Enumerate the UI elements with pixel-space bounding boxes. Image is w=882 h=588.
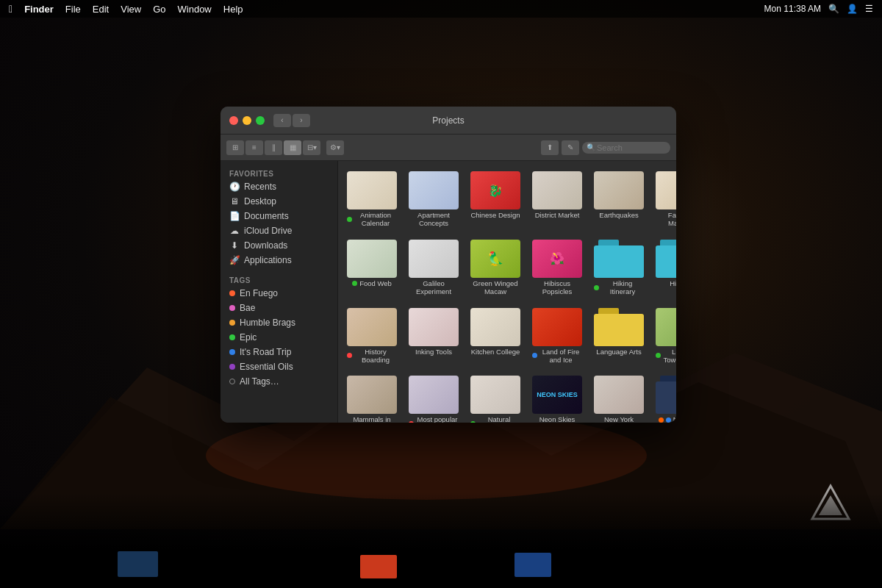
menu-window[interactable]: Window: [178, 4, 212, 15]
settings-button[interactable]: ⚙▾: [326, 140, 344, 155]
file-item-skate[interactable]: Most popular Skate Parks: [406, 373, 462, 423]
sidebar-item-icloud[interactable]: ☁ iCloud Drive: [220, 223, 337, 238]
folder-tab-nightsky: [660, 376, 676, 381]
file-item-leaning[interactable]: Leaning Tower of Pisa: [653, 305, 676, 368]
file-item-land[interactable]: Land of Fire and Ice: [529, 305, 585, 368]
file-item-macaw[interactable]: 🦜 Green Winged Macaw: [467, 237, 523, 299]
file-name-neon: Neon Skies: [539, 415, 576, 423]
file-thumb-inner-foodweb: [347, 240, 397, 278]
file-thumb-inner-history-boarding: [347, 308, 397, 346]
file-item-inking[interactable]: Inking Tools: [406, 305, 462, 368]
column-view-button[interactable]: ∥: [265, 140, 282, 155]
forward-button[interactable]: ›: [293, 114, 310, 127]
favorites-label: Favorites: [220, 167, 337, 179]
tag-label-en-fuego: En Fuego: [240, 288, 278, 298]
menu-finder[interactable]: Finder: [24, 4, 54, 15]
file-name-hiking: Hiking Itinerary: [601, 279, 644, 296]
folder-tab-hiking: [598, 240, 619, 245]
menu-view[interactable]: View: [121, 4, 141, 15]
file-thumb-inner-earthquakes: [594, 171, 644, 209]
file-item-district[interactable]: District Market: [529, 168, 585, 231]
file-item-neon[interactable]: NEON SKIES Neon Skies: [529, 373, 585, 423]
audience-silhouettes: [0, 492, 882, 588]
file-thumbnail-foodweb: [347, 240, 397, 278]
gallery-view-button[interactable]: ▦: [284, 140, 301, 155]
list-view-button[interactable]: ≡: [245, 140, 263, 155]
icon-view-button[interactable]: ⊞: [226, 140, 244, 155]
file-thumb-inner-inking: [409, 308, 459, 346]
sidebar-item-downloads[interactable]: ⬇ Downloads: [220, 238, 337, 253]
svg-point-15: [692, 551, 763, 588]
file-name-history: History: [670, 279, 676, 287]
search-input[interactable]: [582, 142, 670, 154]
folder-body-history: [656, 245, 676, 278]
file-label-row-skate: Most popular Skate Parks: [409, 415, 459, 423]
group-view-button[interactable]: ⊟▾: [303, 140, 320, 155]
sidebar-tag-all-tags[interactable]: All Tags…: [220, 374, 337, 389]
user-menubar-icon[interactable]: 👤: [847, 4, 858, 14]
sidebar-item-applications[interactable]: 🚀 Applications: [220, 253, 337, 268]
tag-dot-essential-oils: [229, 364, 235, 370]
file-item-galileo[interactable]: Galileo Experiment: [406, 237, 462, 299]
close-button[interactable]: [229, 116, 238, 125]
maximize-button[interactable]: [256, 116, 265, 125]
view-buttons: ⊞ ≡ ∥ ▦ ⊟▾: [226, 140, 320, 155]
file-item-kitchen[interactable]: Kitchen College: [467, 305, 523, 368]
control-center-icon[interactable]: ☰: [865, 4, 873, 14]
menu-go[interactable]: Go: [153, 4, 165, 15]
menu-help[interactable]: Help: [223, 4, 243, 15]
nav-arrows: ‹ ›: [273, 114, 310, 127]
file-item-newyork[interactable]: New York: [591, 373, 647, 423]
file-name-galileo: Galileo Experiment: [409, 279, 459, 296]
sidebar-label-applications: Applications: [244, 255, 292, 265]
tag-dot-its-road-trip: [229, 349, 235, 355]
file-item-animation[interactable]: Animation Calendar: [344, 168, 400, 231]
file-item-history[interactable]: History: [653, 237, 676, 299]
sidebar-tag-bae[interactable]: Bae: [220, 301, 337, 315]
tag-label-epic: Epic: [240, 332, 257, 343]
sidebar-item-recents[interactable]: 🕐 Recents: [220, 179, 337, 194]
sidebar-tag-its-road-trip[interactable]: It's Road Trip: [220, 345, 337, 359]
apple-logo[interactable]: : [9, 3, 12, 15]
sidebar-item-documents[interactable]: 📄 Documents: [220, 209, 337, 223]
file-item-chinese[interactable]: 🐉 Chinese Design: [467, 168, 523, 231]
file-thumbnail-skate: [409, 376, 459, 414]
back-button[interactable]: ‹: [273, 114, 291, 127]
file-thumbnail-mammals: [347, 376, 397, 414]
file-thumb-inner-apartment: [409, 171, 459, 209]
file-dot-foodweb-0: [352, 281, 357, 286]
sidebar-tag-epic[interactable]: Epic: [220, 330, 337, 345]
sidebar-tag-humble-brags[interactable]: Humble Brags: [220, 315, 337, 330]
menubar-time: Mon 11:38 AM: [764, 4, 821, 14]
file-item-foodweb[interactable]: Food Web: [344, 237, 400, 299]
title-bar: ‹ › Projects: [220, 107, 676, 135]
file-label-row-mammals: Mammals in Africa: [347, 415, 397, 423]
sidebar-icon-recents: 🕐: [229, 182, 240, 192]
file-item-earthquakes[interactable]: Earthquakes: [591, 168, 647, 231]
search-icon: 🔍: [587, 143, 595, 151]
menubar-left:  Finder File Edit View Go Window Help: [9, 3, 243, 15]
file-item-language[interactable]: Language Arts: [591, 305, 647, 368]
share-button[interactable]: ⬆: [541, 140, 559, 155]
search-menubar-icon[interactable]: 🔍: [828, 4, 839, 14]
svg-point-11: [432, 551, 509, 588]
file-item-hiking[interactable]: Hiking Itinerary: [591, 237, 647, 299]
sidebar-label-desktop: Desktop: [244, 196, 276, 207]
sidebar-tag-essential-oils[interactable]: Essential Oils: [220, 359, 337, 374]
file-item-mammals[interactable]: Mammals in Africa: [344, 373, 400, 423]
menu-file[interactable]: File: [65, 4, 81, 15]
minimize-button[interactable]: [243, 116, 251, 125]
file-item-favorite[interactable]: Favorite Markets: [653, 168, 676, 231]
tag-label-essential-oils: Essential Oils: [240, 362, 293, 372]
sidebar-item-desktop[interactable]: 🖥 Desktop: [220, 194, 337, 209]
file-item-history-boarding[interactable]: History Boarding: [344, 305, 400, 368]
file-item-natural[interactable]: Natural History: [467, 373, 523, 423]
sidebar-tag-en-fuego[interactable]: En Fuego: [220, 286, 337, 301]
search-wrapper: 🔍: [582, 142, 670, 154]
file-item-apartment[interactable]: Apartment Concepts: [406, 168, 462, 231]
menu-edit[interactable]: Edit: [93, 4, 109, 15]
edit-button[interactable]: ✎: [562, 140, 579, 155]
file-item-nightsky[interactable]: Night Sky: [653, 373, 676, 423]
file-item-hibiscus[interactable]: 🌺 Hibiscus Popsicles: [529, 237, 585, 299]
file-label-row-inking: Inking Tools: [409, 348, 459, 356]
